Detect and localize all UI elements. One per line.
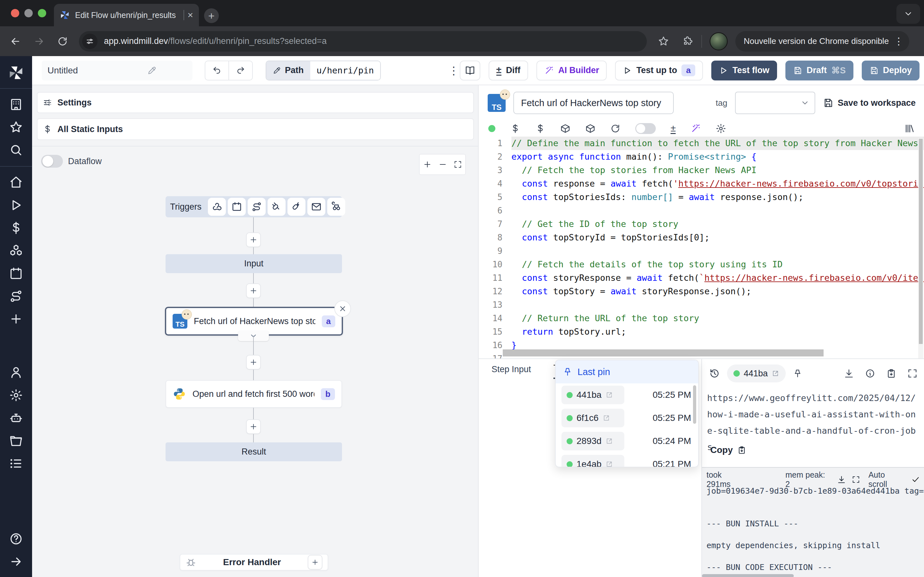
chrome-menu-icon[interactable]: ⋮ xyxy=(894,35,903,47)
insert-step-button[interactable] xyxy=(246,355,261,370)
triggers-node[interactable]: Triggers xyxy=(166,196,342,218)
editor-vertical-scrollbar[interactable] xyxy=(918,138,923,358)
external-link-icon[interactable] xyxy=(606,391,613,399)
deploy-button[interactable]: Deploy xyxy=(862,61,919,81)
editor-toggle[interactable] xyxy=(635,123,656,134)
insert-step-button[interactable] xyxy=(246,232,261,247)
info-icon[interactable] xyxy=(865,368,875,379)
path-control[interactable]: Path u/henri/pin xyxy=(266,61,381,81)
copy-button[interactable]: Copy xyxy=(710,445,746,455)
bookmark-star-icon[interactable] xyxy=(658,35,669,47)
run-id-pill[interactable]: 441ba xyxy=(727,364,786,382)
sidebar-building-icon[interactable] xyxy=(9,97,23,111)
trigger-route-icon[interactable] xyxy=(248,198,266,216)
remove-step-button[interactable] xyxy=(334,300,351,317)
pin-history-item[interactable]: 2893d 05:24 PM xyxy=(556,430,698,453)
package-icon[interactable] xyxy=(560,123,570,134)
sidebar-users-icon[interactable] xyxy=(9,366,23,380)
sidebar-add-icon[interactable] xyxy=(9,312,23,326)
external-link-icon[interactable] xyxy=(772,370,779,377)
log-output[interactable]: job=019634e7-9d30-b7cb-1e89-03a64ed441ba… xyxy=(706,486,924,572)
fullscreen-icon[interactable] xyxy=(907,368,918,379)
window-close-button[interactable] xyxy=(11,9,19,17)
pin-icon[interactable] xyxy=(793,369,803,378)
sidebar-runs-icon[interactable] xyxy=(9,198,23,212)
trigger-websocket-icon[interactable] xyxy=(268,198,286,216)
pin-history-item[interactable]: 1e4ab 05:21 PM xyxy=(556,453,698,467)
input-node[interactable]: Input xyxy=(166,254,342,273)
ai-wand-icon[interactable] xyxy=(690,123,701,134)
test-up-to-button[interactable]: Test up to a xyxy=(615,61,703,81)
code-line[interactable]: 2export async function main(): Promise<s… xyxy=(479,150,924,163)
sidebar-search-icon[interactable] xyxy=(9,143,23,157)
reload-icon[interactable] xyxy=(610,123,620,134)
edit-pencil-icon[interactable] xyxy=(117,66,187,75)
tag-select[interactable] xyxy=(735,92,815,114)
external-link-icon[interactable] xyxy=(606,460,613,467)
tab-close-icon[interactable]: × xyxy=(187,10,193,21)
docs-button[interactable] xyxy=(460,61,480,81)
editor-settings-icon[interactable] xyxy=(716,123,726,134)
trigger-kafka-icon[interactable] xyxy=(288,198,305,216)
library-icon[interactable] xyxy=(904,123,915,134)
result-node[interactable]: Result xyxy=(166,442,342,461)
windmill-logo-icon[interactable] xyxy=(8,64,24,81)
code-line[interactable]: 4 const response = await fetch('https://… xyxy=(479,177,924,190)
clipboard-icon[interactable] xyxy=(886,368,897,379)
trigger-email-icon[interactable] xyxy=(307,198,325,216)
code-line[interactable]: 10 // Fetch the details of the top story… xyxy=(479,258,924,271)
sidebar-audit-logs-icon[interactable] xyxy=(9,456,23,471)
run-id-pill[interactable]: 2893d xyxy=(561,432,624,450)
path-label-segment[interactable]: Path xyxy=(266,61,310,80)
sidebar-settings-icon[interactable] xyxy=(9,388,23,402)
error-handler-node[interactable]: Error Handler xyxy=(180,554,328,571)
trigger-schedule-icon[interactable] xyxy=(228,198,246,216)
save-to-workspace-button[interactable]: Save to workspace xyxy=(823,98,916,108)
run-id-pill[interactable]: 1e4ab xyxy=(561,455,624,467)
code-line[interactable]: 13 xyxy=(479,298,924,311)
extensions-icon[interactable] xyxy=(682,35,694,47)
insert-step-button[interactable] xyxy=(246,419,261,434)
step-node-b[interactable]: Open url and fetch first 500 words of ..… xyxy=(166,380,342,408)
resources-icon[interactable] xyxy=(535,123,545,134)
sidebar-variables-icon[interactable] xyxy=(9,221,23,235)
code-line[interactable]: 15 return topStory.url; xyxy=(479,325,924,338)
pin-history-item[interactable]: 6f1c6 05:25 PM xyxy=(556,406,698,430)
new-tab-button[interactable]: + xyxy=(204,8,219,23)
all-static-inputs-row[interactable]: All Static Inputs xyxy=(37,118,474,140)
forward-icon[interactable] xyxy=(33,35,45,47)
code-line[interactable]: 6 xyxy=(479,204,924,218)
code-editor[interactable]: 1// Define the main function to fetch th… xyxy=(479,137,924,358)
external-link-icon[interactable] xyxy=(603,414,610,422)
editor-horizontal-scrollbar[interactable] xyxy=(503,350,824,356)
code-line[interactable]: 14 // Return the URL of the top story xyxy=(479,311,924,325)
chrome-update-pill[interactable]: Nouvelle version de Chrome disponible ⋮ xyxy=(735,31,909,52)
profile-avatar[interactable] xyxy=(710,32,728,50)
sidebar-home-icon[interactable] xyxy=(9,175,23,189)
download-icon[interactable] xyxy=(844,368,854,379)
window-minimize-button[interactable] xyxy=(24,9,33,17)
code-line[interactable]: 9 xyxy=(479,244,924,258)
browser-tab[interactable]: Edit Flow u/henri/pin_results × xyxy=(54,4,199,26)
diff-icon[interactable]: ± xyxy=(670,123,676,134)
pin-history-item[interactable]: 441ba 05:25 PM xyxy=(556,384,698,406)
code-line[interactable]: 5 const topStoriesIds: number[] = await … xyxy=(479,190,924,204)
run-id-pill[interactable]: 6f1c6 xyxy=(561,409,624,427)
sidebar-help-icon[interactable] xyxy=(9,532,23,546)
step-name-input[interactable]: Fetch url of HackerNews top story xyxy=(513,92,674,114)
fit-view-icon[interactable] xyxy=(454,160,462,169)
sidebar-workers-icon[interactable] xyxy=(9,411,23,425)
tab-search-button[interactable] xyxy=(897,4,920,24)
reload-icon[interactable] xyxy=(57,36,68,47)
code-line[interactable]: 1// Define the main function to fetch th… xyxy=(479,137,924,150)
test-flow-button[interactable]: Test flow xyxy=(711,61,777,81)
zoom-in-icon[interactable] xyxy=(423,160,432,169)
flow-name-input[interactable]: Untitled xyxy=(42,61,192,81)
code-line[interactable]: 11 const storyResponse = await fetch(`ht… xyxy=(479,271,924,285)
diff-button[interactable]: ± Diff xyxy=(489,61,528,81)
package-icon[interactable] xyxy=(585,123,596,134)
code-line[interactable]: 3 // Fetch the top stories from Hacker N… xyxy=(479,163,924,177)
more-menu-icon[interactable]: ⋮ xyxy=(448,64,459,77)
site-settings-icon[interactable] xyxy=(82,34,97,49)
history-icon[interactable] xyxy=(709,368,720,379)
